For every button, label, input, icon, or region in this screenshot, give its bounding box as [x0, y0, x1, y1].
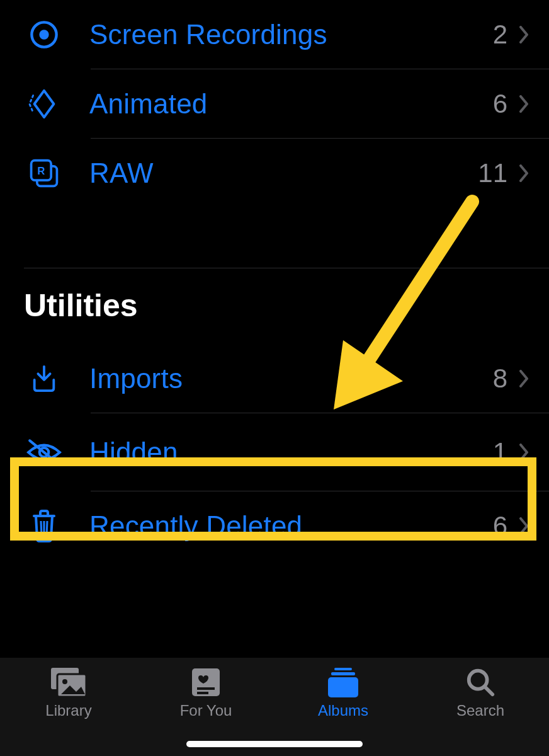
svg-line-7 — [41, 521, 42, 536]
albums-icon — [323, 667, 363, 698]
svg-rect-16 — [197, 687, 215, 690]
row-label: Animated — [64, 88, 493, 120]
row-count: 11 — [478, 158, 511, 188]
raw-icon: R — [24, 153, 64, 193]
library-icon — [48, 667, 89, 698]
row-count: 6 — [493, 89, 511, 119]
tab-for-you[interactable]: For You — [143, 667, 269, 719]
for-you-icon — [186, 667, 226, 698]
row-count: 1 — [493, 437, 511, 467]
row-label: Imports — [64, 363, 493, 394]
media-type-raw[interactable]: R RAW 11 — [0, 139, 549, 208]
svg-rect-19 — [331, 672, 355, 675]
svg-point-14 — [62, 679, 67, 684]
row-label: Recently Deleted — [64, 510, 493, 542]
chevron-right-icon — [515, 161, 534, 186]
row-label: RAW — [64, 158, 478, 189]
svg-point-1 — [39, 30, 48, 39]
svg-line-9 — [47, 521, 47, 536]
tab-label: Search — [456, 702, 504, 719]
svg-line-22 — [485, 687, 493, 695]
section-header-utilities: Utilities — [24, 287, 138, 324]
download-icon — [24, 358, 64, 399]
row-count: 2 — [493, 20, 511, 50]
svg-rect-18 — [334, 668, 352, 670]
media-type-screen-recordings[interactable]: Screen Recordings 2 — [0, 0, 549, 69]
tab-library[interactable]: Library — [6, 667, 132, 719]
svg-rect-17 — [197, 692, 208, 694]
chevron-right-icon — [515, 22, 534, 47]
row-count: 8 — [493, 364, 511, 394]
chevron-right-icon — [515, 366, 534, 391]
media-type-animated[interactable]: Animated 6 — [0, 69, 549, 139]
tab-search[interactable]: Search — [417, 667, 543, 719]
svg-rect-20 — [328, 677, 358, 697]
row-label: Screen Recordings — [64, 19, 493, 50]
chevron-right-icon — [515, 440, 534, 465]
home-indicator[interactable] — [186, 741, 363, 747]
tab-label: For You — [180, 702, 232, 719]
tab-albums[interactable]: Albums — [280, 667, 406, 719]
chevron-right-icon — [515, 91, 534, 117]
eye-slash-icon — [24, 432, 64, 472]
search-icon — [460, 667, 501, 698]
utility-hidden[interactable]: Hidden 1 — [0, 413, 549, 491]
trash-icon — [24, 506, 64, 546]
chevron-right-icon — [515, 513, 534, 539]
row-count: 6 — [493, 511, 511, 541]
record-icon — [24, 14, 64, 55]
utility-imports[interactable]: Imports 8 — [0, 344, 549, 413]
animated-icon — [24, 84, 64, 124]
svg-text:R: R — [37, 165, 45, 177]
row-label: Hidden — [64, 437, 493, 468]
utility-recently-deleted[interactable]: Recently Deleted 6 — [0, 491, 549, 561]
tab-label: Albums — [318, 702, 368, 719]
tab-label: Library — [45, 702, 91, 719]
